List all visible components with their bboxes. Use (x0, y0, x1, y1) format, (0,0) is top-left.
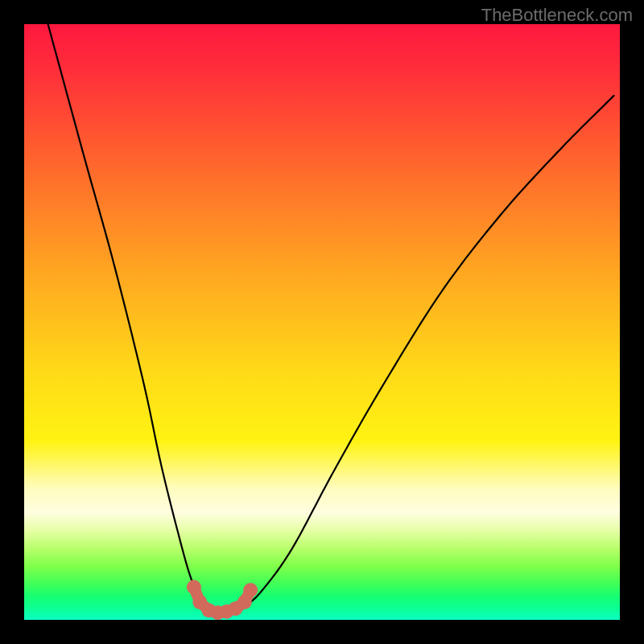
watermark-text: TheBottleneck.com (481, 5, 633, 26)
chart-frame: TheBottleneck.com (0, 0, 644, 644)
chart-gradient-background (24, 24, 620, 620)
